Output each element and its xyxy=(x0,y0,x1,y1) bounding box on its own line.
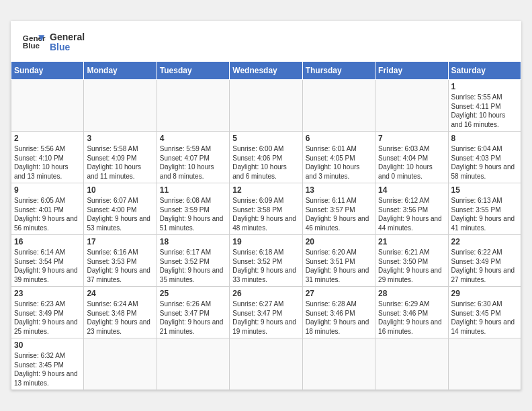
day-info: Sunrise: 6:12 AM Sunset: 3:56 PM Dayligh… xyxy=(378,196,445,232)
day-cell: 19Sunrise: 6:18 AM Sunset: 3:52 PM Dayli… xyxy=(230,235,302,287)
day-cell: 18Sunrise: 6:17 AM Sunset: 3:52 PM Dayli… xyxy=(157,235,229,287)
day-info: Sunrise: 6:17 AM Sunset: 3:52 PM Dayligh… xyxy=(160,248,226,284)
day-info: Sunrise: 6:04 AM Sunset: 4:03 PM Dayligh… xyxy=(451,144,518,181)
day-number: 10 xyxy=(87,185,153,195)
day-cell: 14Sunrise: 6:12 AM Sunset: 3:56 PM Dayli… xyxy=(375,183,448,235)
day-number: 27 xyxy=(306,289,372,298)
day-cell xyxy=(84,338,157,390)
day-info: Sunrise: 6:00 AM Sunset: 4:06 PM Dayligh… xyxy=(232,144,299,181)
day-cell: 30Sunrise: 6:32 AM Sunset: 3:45 PM Dayli… xyxy=(11,338,84,390)
day-number: 30 xyxy=(14,340,81,350)
day-info: Sunrise: 6:07 AM Sunset: 4:00 PM Dayligh… xyxy=(87,196,153,232)
day-info: Sunrise: 6:23 AM Sunset: 3:49 PM Dayligh… xyxy=(14,300,81,336)
day-cell: 27Sunrise: 6:28 AM Sunset: 3:46 PM Dayli… xyxy=(302,287,375,338)
day-info: Sunrise: 6:27 AM Sunset: 3:47 PM Dayligh… xyxy=(232,300,299,336)
weekday-header-wednesday: Wednesday xyxy=(230,62,302,80)
day-cell xyxy=(157,338,229,390)
day-cell: 21Sunrise: 6:21 AM Sunset: 3:50 PM Dayli… xyxy=(375,235,448,287)
day-info: Sunrise: 6:22 AM Sunset: 3:49 PM Dayligh… xyxy=(451,248,518,284)
day-number: 21 xyxy=(378,237,445,246)
svg-text:Blue: Blue xyxy=(23,41,40,50)
day-cell xyxy=(230,80,302,132)
day-cell: 11Sunrise: 6:08 AM Sunset: 3:59 PM Dayli… xyxy=(157,183,229,235)
day-number: 17 xyxy=(87,237,153,246)
day-cell: 3Sunrise: 5:58 AM Sunset: 4:09 PM Daylig… xyxy=(84,132,157,183)
day-cell: 4Sunrise: 5:59 AM Sunset: 4:07 PM Daylig… xyxy=(157,132,229,183)
day-info: Sunrise: 5:58 AM Sunset: 4:09 PM Dayligh… xyxy=(87,144,153,181)
day-cell: 28Sunrise: 6:29 AM Sunset: 3:46 PM Dayli… xyxy=(375,287,448,338)
day-cell xyxy=(448,338,521,390)
day-number: 18 xyxy=(160,237,226,246)
day-cell: 23Sunrise: 6:23 AM Sunset: 3:49 PM Dayli… xyxy=(11,287,84,338)
day-info: Sunrise: 6:08 AM Sunset: 3:59 PM Dayligh… xyxy=(160,196,226,232)
day-number: 3 xyxy=(87,134,153,143)
day-number: 12 xyxy=(232,185,299,195)
day-info: Sunrise: 6:01 AM Sunset: 4:05 PM Dayligh… xyxy=(306,144,372,181)
day-number: 5 xyxy=(232,134,299,143)
day-info: Sunrise: 6:24 AM Sunset: 3:48 PM Dayligh… xyxy=(87,300,153,336)
day-cell xyxy=(302,338,375,390)
weekday-header-monday: Monday xyxy=(84,62,157,80)
week-row-6: 30Sunrise: 6:32 AM Sunset: 3:45 PM Dayli… xyxy=(11,338,521,390)
day-cell: 22Sunrise: 6:22 AM Sunset: 3:49 PM Dayli… xyxy=(448,235,521,287)
day-number: 16 xyxy=(14,237,81,246)
day-cell: 6Sunrise: 6:01 AM Sunset: 4:05 PM Daylig… xyxy=(302,132,375,183)
calendar-container: General Blue General Blue SundayMondayTu… xyxy=(11,21,521,390)
weekday-header-thursday: Thursday xyxy=(302,62,375,80)
day-info: Sunrise: 5:56 AM Sunset: 4:10 PM Dayligh… xyxy=(14,144,81,181)
day-cell: 12Sunrise: 6:09 AM Sunset: 3:58 PM Dayli… xyxy=(230,183,302,235)
day-cell: 16Sunrise: 6:14 AM Sunset: 3:54 PM Dayli… xyxy=(11,235,84,287)
logo-general: General xyxy=(50,32,85,42)
day-info: Sunrise: 6:29 AM Sunset: 3:46 PM Dayligh… xyxy=(378,300,445,336)
day-cell: 17Sunrise: 6:16 AM Sunset: 3:53 PM Dayli… xyxy=(84,235,157,287)
day-info: Sunrise: 6:16 AM Sunset: 3:53 PM Dayligh… xyxy=(87,248,153,284)
day-info: Sunrise: 6:28 AM Sunset: 3:46 PM Dayligh… xyxy=(306,300,372,336)
day-number: 25 xyxy=(160,289,226,298)
weekday-header-friday: Friday xyxy=(375,62,448,80)
day-cell: 15Sunrise: 6:13 AM Sunset: 3:55 PM Dayli… xyxy=(448,183,521,235)
day-info: Sunrise: 6:32 AM Sunset: 3:45 PM Dayligh… xyxy=(14,351,81,387)
day-info: Sunrise: 6:11 AM Sunset: 3:57 PM Dayligh… xyxy=(306,196,372,232)
day-cell: 5Sunrise: 6:00 AM Sunset: 4:06 PM Daylig… xyxy=(230,132,302,183)
day-number: 20 xyxy=(306,237,372,246)
logo-icon: General Blue xyxy=(21,30,46,54)
day-number: 26 xyxy=(232,289,299,298)
day-number: 19 xyxy=(232,237,299,246)
day-cell xyxy=(302,80,375,132)
day-cell xyxy=(84,80,157,132)
day-number: 2 xyxy=(14,134,81,143)
day-cell: 10Sunrise: 6:07 AM Sunset: 4:00 PM Dayli… xyxy=(84,183,157,235)
weekday-header-row: SundayMondayTuesdayWednesdayThursdayFrid… xyxy=(11,62,521,80)
day-info: Sunrise: 6:21 AM Sunset: 3:50 PM Dayligh… xyxy=(378,248,445,284)
day-cell xyxy=(11,80,84,132)
day-info: Sunrise: 6:18 AM Sunset: 3:52 PM Dayligh… xyxy=(232,248,299,284)
week-row-2: 2Sunrise: 5:56 AM Sunset: 4:10 PM Daylig… xyxy=(11,132,521,183)
day-info: Sunrise: 6:14 AM Sunset: 3:54 PM Dayligh… xyxy=(14,248,81,284)
weekday-header-tuesday: Tuesday xyxy=(157,62,229,80)
day-number: 6 xyxy=(306,134,372,143)
day-number: 11 xyxy=(160,185,226,195)
day-cell: 1Sunrise: 5:55 AM Sunset: 4:11 PM Daylig… xyxy=(448,80,521,132)
week-row-3: 9Sunrise: 6:05 AM Sunset: 4:01 PM Daylig… xyxy=(11,183,521,235)
calendar-table: SundayMondayTuesdayWednesdayThursdayFrid… xyxy=(11,61,521,390)
day-number: 28 xyxy=(378,289,445,298)
day-info: Sunrise: 5:55 AM Sunset: 4:11 PM Dayligh… xyxy=(451,93,518,129)
day-info: Sunrise: 6:26 AM Sunset: 3:47 PM Dayligh… xyxy=(160,300,226,336)
day-info: Sunrise: 6:03 AM Sunset: 4:04 PM Dayligh… xyxy=(378,144,445,181)
day-cell: 25Sunrise: 6:26 AM Sunset: 3:47 PM Dayli… xyxy=(157,287,229,338)
day-info: Sunrise: 6:05 AM Sunset: 4:01 PM Dayligh… xyxy=(14,196,81,232)
day-number: 7 xyxy=(378,134,445,143)
day-cell: 13Sunrise: 6:11 AM Sunset: 3:57 PM Dayli… xyxy=(302,183,375,235)
week-row-1: 1Sunrise: 5:55 AM Sunset: 4:11 PM Daylig… xyxy=(11,80,521,132)
day-info: Sunrise: 6:09 AM Sunset: 3:58 PM Dayligh… xyxy=(232,196,299,232)
day-number: 22 xyxy=(451,237,518,246)
day-info: Sunrise: 6:30 AM Sunset: 3:45 PM Dayligh… xyxy=(451,300,518,336)
day-info: Sunrise: 6:13 AM Sunset: 3:55 PM Dayligh… xyxy=(451,196,518,232)
day-number: 24 xyxy=(87,289,153,298)
logo: General Blue General Blue xyxy=(21,30,85,54)
logo-blue: Blue xyxy=(50,42,85,52)
day-cell xyxy=(375,338,448,390)
weekday-header-sunday: Sunday xyxy=(11,62,84,80)
day-number: 4 xyxy=(160,134,226,143)
day-cell xyxy=(375,80,448,132)
